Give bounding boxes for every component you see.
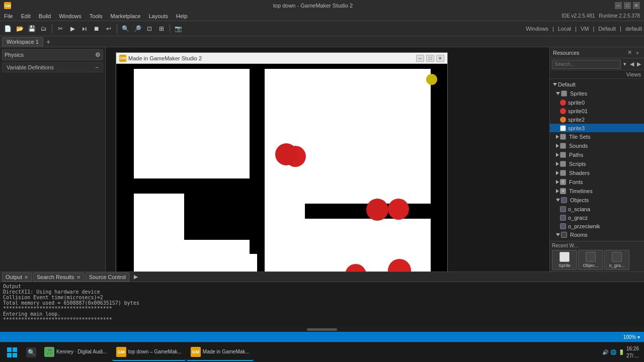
res-collapse-btn[interactable]: ✕ [626, 49, 633, 56]
zoom-in-button[interactable]: 🔍 [120, 23, 131, 34]
rooms-label: Rooms [570, 232, 588, 238]
menu-tools[interactable]: Tools [86, 11, 107, 21]
sounds-section[interactable]: Sounds [550, 141, 644, 150]
close-button[interactable]: ✕ [633, 2, 640, 9]
taskbar-time[interactable]: 16:26 27/.... [626, 345, 639, 359]
sprite0-item[interactable]: sprite0 [550, 98, 644, 107]
title-bar-controls: ─ □ ✕ [615, 2, 640, 9]
menu-marketplace[interactable]: Marketplace [106, 11, 144, 21]
workspace-tab-1[interactable]: Workspace 1 [2, 37, 43, 46]
zoom-fit-button[interactable]: ⊞ [156, 23, 167, 34]
source-control-tab[interactable]: Source Control [86, 273, 129, 282]
toolbar-sep1 [52, 24, 52, 33]
screenshot-button[interactable]: 📷 [173, 23, 184, 34]
views-row: Views [550, 70, 644, 79]
status-bar: 100% ▾ [0, 332, 644, 342]
o-gracz-item[interactable]: o_gracz [550, 213, 644, 222]
save-all-button[interactable]: 🗂 [38, 23, 49, 34]
zoom-out-button[interactable]: 🔎 [132, 23, 143, 34]
stop-button[interactable]: ⏹ [91, 23, 102, 34]
shaders-section[interactable]: Shaders [550, 168, 644, 177]
save-button[interactable]: 💾 [26, 23, 37, 34]
recent-object-item[interactable]: Objec... [578, 250, 603, 270]
menu-layouts[interactable]: Layouts [144, 11, 172, 21]
search-results-label: Search Results [37, 274, 74, 280]
physics-header[interactable]: Physics ⚙ [2, 49, 103, 60]
menu-file[interactable]: File [0, 11, 17, 21]
resource-search-input[interactable] [552, 60, 621, 69]
tilesets-section[interactable]: Tile Sets [550, 132, 644, 141]
kenney-audio-task[interactable]: 🎵 Kenney · Digital Audi... [40, 344, 111, 361]
objects-section[interactable]: Objects [550, 196, 644, 205]
res-prev-btn[interactable]: ◀ [629, 61, 635, 68]
menu-edit[interactable]: Edit [17, 11, 35, 21]
shaders-label: Shaders [569, 170, 590, 176]
open-button[interactable]: 📂 [14, 23, 25, 34]
gamemaker-task[interactable]: GM top down – GameMak... [112, 344, 186, 361]
sprite3-item[interactable]: sprite3 [550, 124, 644, 132]
res-search-dropdown[interactable]: ▾ [622, 61, 628, 68]
search-taskbar-button[interactable]: 🔍 [23, 344, 39, 361]
maximize-button[interactable]: □ [624, 2, 631, 9]
toolbar-sep-pipe: | [552, 26, 554, 32]
recent-resources-list: Sprite Objec... o_gra... [552, 250, 642, 270]
sprite01-item[interactable]: sprite01 [550, 107, 644, 115]
scripts-section[interactable]: Scripts [550, 159, 644, 168]
toolbar: 📄 📂 💾 🗂 ✂ ▶ ⏯ ⏹ ↩ 🔍 🔎 ⊡ ⊞ 📷 Windows | Lo… [0, 21, 644, 36]
o-sciana-icon [560, 206, 566, 212]
o-przeciwnik-item[interactable]: o_przeciwnik [550, 222, 644, 230]
game-window-maximize[interactable]: □ [426, 55, 434, 62]
recent-ograacz-item[interactable]: o_gra... [604, 250, 629, 270]
menu-help[interactable]: Help [172, 11, 192, 21]
physics-icon: ⚙ [95, 51, 101, 58]
game-window-minimize[interactable]: ─ [416, 55, 424, 62]
search-results-tab[interactable]: Search Results ✕ [33, 273, 85, 282]
h-scrollbar-thumb[interactable] [307, 328, 337, 331]
timelines-section[interactable]: ✕ Timelines [550, 187, 644, 196]
o-przeciwnik-icon [560, 223, 566, 229]
debug-button[interactable]: ⏯ [79, 23, 90, 34]
sprites-section[interactable]: Sprites [550, 89, 644, 98]
game-window-close[interactable]: ✕ [436, 55, 444, 62]
game-window-title: Made in GameMaker Studio 2 [128, 55, 414, 61]
start-button[interactable] [2, 344, 22, 361]
var-def-label: Variable Definitions [7, 64, 54, 70]
wall-right [431, 64, 447, 272]
tilesets-folder-icon [560, 134, 566, 140]
title-bar: GM top down - GameMaker Studio 2 ─ □ ✕ [0, 0, 644, 11]
fonts-section[interactable]: T Fonts [550, 177, 644, 187]
res-next-btn[interactable]: ▶ [636, 61, 642, 68]
cut-button[interactable]: ✂ [55, 23, 66, 34]
zoom-level[interactable]: 100% ▾ [623, 334, 640, 340]
var-def-row[interactable]: Variable Definitions − [2, 62, 103, 72]
search-results-close[interactable]: ✕ [76, 275, 81, 280]
menu-build[interactable]: Build [35, 11, 55, 21]
output-line-5: Entering main loop. [3, 311, 641, 317]
rooms-folder-icon [561, 232, 567, 238]
output-tab-close[interactable]: ✕ [24, 275, 29, 280]
new-button[interactable]: 📄 [2, 23, 13, 34]
o-sciana-item[interactable]: o_sciana [550, 205, 644, 213]
output-tabs-arrow[interactable]: ▶ [132, 274, 139, 281]
gamemaker2-task[interactable]: GM Made in GameMak... [187, 344, 254, 361]
res-add-btn[interactable]: + [634, 49, 641, 56]
output-tab[interactable]: Output ✕ [2, 273, 32, 282]
clean-button[interactable]: ↩ [103, 23, 114, 34]
rooms-section[interactable]: Rooms [550, 230, 644, 239]
minimize-button[interactable]: ─ [615, 2, 622, 9]
add-workspace-button[interactable]: + [44, 38, 52, 46]
menu-windows[interactable]: Windows [55, 11, 86, 21]
recent-sprite-item[interactable]: Sprite [552, 250, 577, 270]
shaders-expand-icon [556, 171, 559, 175]
sounds-label: Sounds [569, 143, 588, 149]
default-expand-icon [553, 83, 557, 86]
build-button[interactable]: ▶ [67, 23, 78, 34]
default-folder[interactable]: Default [550, 80, 644, 89]
zoom-reset-button[interactable]: ⊡ [144, 23, 155, 34]
paths-section[interactable]: Paths [550, 150, 644, 159]
h-scrollbar[interactable] [0, 327, 644, 332]
sprite2-item[interactable]: sprite2 [550, 115, 644, 124]
recent-object-label: Objec... [583, 263, 598, 268]
title-bar-icon: GM [4, 2, 11, 9]
recent-resources-panel: Recent W... Sprite Objec... o_gra... [550, 241, 644, 272]
